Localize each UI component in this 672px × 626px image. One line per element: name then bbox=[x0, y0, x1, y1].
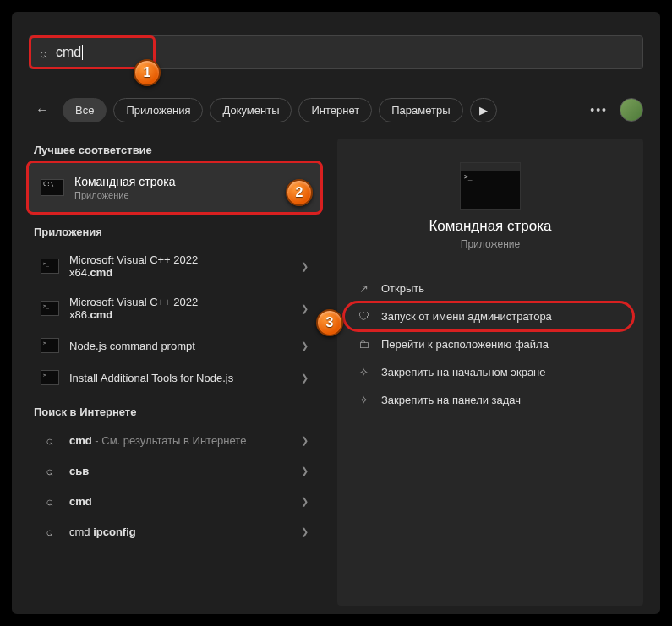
chevron-right-icon: ❯ bbox=[301, 496, 309, 507]
action-open[interactable]: ↗ Открыть bbox=[337, 275, 643, 302]
chevron-right-icon: ❯ bbox=[301, 340, 309, 351]
cmd-icon: >_ bbox=[41, 301, 59, 316]
cmd-icon: >_ bbox=[41, 338, 59, 353]
cmd-icon: C:\ bbox=[41, 179, 64, 196]
pin-icon: ✧ bbox=[356, 394, 371, 406]
section-web: Поиск в Интернете bbox=[34, 406, 320, 418]
filter-tabs: ← Все Приложения Документы Интернет Пара… bbox=[29, 93, 643, 127]
chevron-right-icon: ❯ bbox=[301, 303, 309, 314]
section-best-match: Лучшее соответствие bbox=[34, 144, 320, 156]
chevron-right-icon: ❯ bbox=[301, 526, 309, 537]
action-pin-start[interactable]: ✧ Закрепить на начальном экране bbox=[337, 358, 643, 386]
search-icon: ⌕ bbox=[41, 433, 59, 447]
cmd-icon: >_ bbox=[41, 370, 59, 385]
tab-settings[interactable]: Параметры bbox=[379, 98, 462, 122]
app-result-3[interactable]: >_ Install Additional Tools for Node.js … bbox=[29, 362, 320, 394]
callout-badge-1: 1 bbox=[134, 59, 161, 86]
chevron-right-icon: ❯ bbox=[301, 435, 309, 446]
action-open-location[interactable]: 🗀 Перейти к расположению файла bbox=[337, 330, 643, 358]
more-button[interactable]: ••• bbox=[590, 103, 608, 117]
search-icon: ⌕ bbox=[40, 46, 47, 60]
callout-badge-2: 2 bbox=[286, 179, 313, 206]
web-result-0[interactable]: ⌕ cmd - См. результаты в Интернете ❯ bbox=[29, 425, 320, 455]
search-icon: ⌕ bbox=[41, 464, 59, 477]
tab-internet[interactable]: Интернет bbox=[298, 98, 372, 122]
folder-icon: 🗀 bbox=[356, 338, 371, 351]
search-icon: ⌕ bbox=[41, 494, 59, 508]
tab-all[interactable]: Все bbox=[63, 98, 107, 122]
divider bbox=[352, 269, 628, 269]
best-match-title: Командная строка bbox=[74, 175, 175, 188]
preview-pane: Командная строка Приложение ↗ Открыть 🛡 … bbox=[337, 139, 643, 606]
chevron-right-icon: ❯ bbox=[301, 261, 309, 272]
tab-documents[interactable]: Документы bbox=[210, 98, 292, 122]
best-match-subtitle: Приложение bbox=[74, 190, 175, 200]
open-icon: ↗ bbox=[356, 282, 371, 295]
search-icon: ⌕ bbox=[41, 525, 59, 538]
preview-title: Командная строка bbox=[337, 218, 643, 235]
callout-badge-3: 3 bbox=[316, 309, 343, 336]
app-result-2[interactable]: >_ Node.js command prompt ❯ bbox=[29, 329, 320, 362]
chevron-right-icon: ❯ bbox=[301, 373, 309, 384]
search-bar[interactable]: ⌕ cmd bbox=[29, 35, 643, 69]
web-result-3[interactable]: ⌕ cmd ipconfig ❯ bbox=[29, 516, 320, 547]
results-column: Лучшее соответствие C:\ Командная строка… bbox=[29, 139, 320, 606]
cmd-icon: >_ bbox=[41, 259, 59, 274]
user-avatar[interactable] bbox=[620, 98, 643, 122]
action-run-as-admin[interactable]: 🛡 Запуск от имени администратора bbox=[337, 302, 643, 330]
chevron-right-icon: ❯ bbox=[301, 465, 309, 476]
web-result-2[interactable]: ⌕ cmd ❯ bbox=[29, 486, 320, 516]
tab-more-play[interactable]: ▶ bbox=[470, 98, 497, 122]
best-match-result[interactable]: C:\ Командная строка Приложение bbox=[29, 163, 320, 212]
search-input-value[interactable]: cmd bbox=[56, 45, 81, 60]
shield-icon: 🛡 bbox=[356, 310, 371, 323]
web-result-1[interactable]: ⌕ сьв ❯ bbox=[29, 455, 320, 486]
pin-icon: ✧ bbox=[356, 366, 371, 378]
back-button[interactable]: ← bbox=[29, 96, 56, 123]
app-result-0[interactable]: >_ Microsoft Visual C++ 2022 x64.cmd ❯ bbox=[29, 245, 320, 287]
preview-subtitle: Приложение bbox=[337, 238, 643, 250]
app-result-1[interactable]: >_ Microsoft Visual C++ 2022 x86.cmd ❯ bbox=[29, 287, 320, 329]
section-apps: Приложения bbox=[34, 226, 320, 238]
preview-app-icon bbox=[460, 162, 521, 210]
text-cursor bbox=[82, 45, 83, 60]
action-pin-taskbar[interactable]: ✧ Закрепить на панели задач bbox=[337, 386, 643, 414]
tab-apps[interactable]: Приложения bbox=[113, 98, 203, 122]
